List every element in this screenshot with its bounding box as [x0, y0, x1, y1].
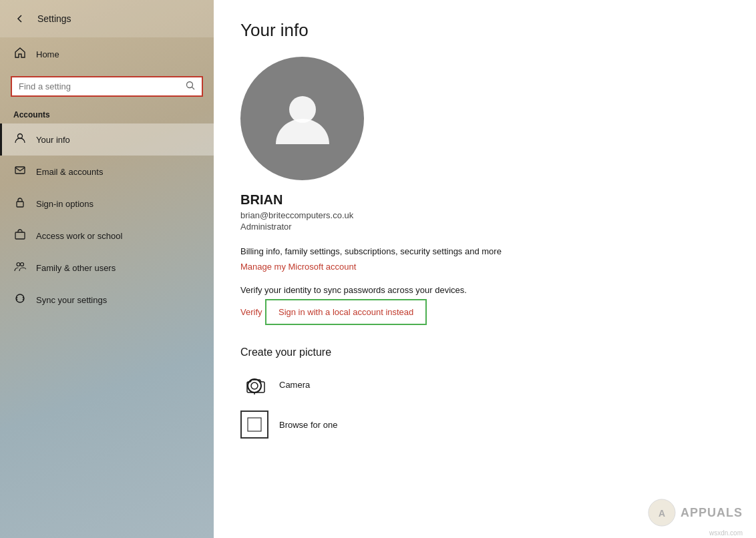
sidebar-label-your-info: Your info: [36, 135, 70, 145]
svg-point-10: [251, 382, 258, 389]
sidebar-item-sync-settings[interactable]: Sync your settings: [0, 284, 214, 316]
billing-info-text: Billing info, family settings, subscript…: [240, 246, 729, 256]
camera-icon: [240, 370, 268, 398]
sidebar-label-sync-settings: Sync your settings: [36, 295, 107, 305]
user-name: BRIAN: [240, 192, 729, 208]
accounts-section-label: Accounts: [0, 105, 214, 123]
sidebar-item-family-other-users[interactable]: Family & other users: [0, 252, 214, 284]
main-content: Your info BRIAN brian@briteccomputers.co…: [214, 0, 756, 538]
user-email: brian@briteccomputers.co.uk: [240, 210, 729, 220]
verify-link[interactable]: Verify: [240, 307, 262, 317]
search-icon: [186, 81, 195, 92]
sidebar-item-sign-in-options[interactable]: Sign-in options: [0, 188, 214, 220]
sidebar-label-sign-in-options: Sign-in options: [36, 199, 93, 209]
browse-icon: [240, 411, 268, 439]
svg-point-6: [17, 263, 20, 266]
lock-icon: [13, 196, 27, 211]
home-label: Home: [36, 49, 59, 59]
sync-icon: [13, 292, 27, 307]
people-icon: [13, 260, 27, 275]
svg-rect-5: [15, 232, 25, 239]
home-icon: [13, 47, 27, 61]
svg-rect-12: [248, 418, 261, 431]
svg-line-1: [192, 87, 195, 90]
briefcase-icon: [13, 228, 27, 243]
sidebar-title: Settings: [37, 13, 71, 24]
svg-point-0: [187, 82, 193, 88]
svg-point-9: [248, 379, 261, 392]
sidebar-item-access-work-school[interactable]: Access work or school: [0, 220, 214, 252]
browse-option[interactable]: Browse for one: [240, 411, 729, 439]
watermark: A APPUALS wsxdn.com: [647, 498, 743, 527]
camera-option-label: Camera: [279, 380, 310, 390]
watermark-subtext: wsxdn.com: [709, 529, 743, 537]
sidebar-header: Settings: [0, 0, 214, 37]
avatar: [240, 57, 364, 180]
email-icon: [13, 164, 27, 179]
camera-option[interactable]: Camera: [240, 370, 729, 398]
watermark-text: APPUALS: [681, 506, 743, 520]
search-input[interactable]: [19, 81, 182, 91]
svg-rect-3: [15, 167, 25, 174]
manage-account-link[interactable]: Manage my Microsoft account: [240, 262, 356, 272]
sidebar-home-button[interactable]: Home: [0, 37, 214, 71]
svg-point-7: [21, 263, 24, 266]
sidebar-item-your-info[interactable]: Your info: [0, 123, 214, 156]
page-title: Your info: [240, 20, 729, 41]
sidebar-label-access-work-school: Access work or school: [36, 231, 122, 241]
sidebar: Settings Home Accounts Your info: [0, 0, 214, 538]
create-picture-title: Create your picture: [240, 346, 729, 358]
browse-option-label: Browse for one: [279, 420, 337, 430]
verify-text: Verify your identity to sync passwords a…: [240, 285, 729, 295]
svg-text:A: A: [658, 508, 665, 519]
user-role: Administrator: [240, 222, 729, 232]
back-button[interactable]: [11, 9, 29, 28]
sidebar-item-email-accounts[interactable]: Email & accounts: [0, 156, 214, 188]
sidebar-label-family-other-users: Family & other users: [36, 263, 116, 273]
search-box[interactable]: [11, 76, 203, 97]
svg-rect-4: [17, 202, 23, 207]
local-account-button[interactable]: Sign in with a local account instead: [265, 299, 427, 325]
sidebar-label-email-accounts: Email & accounts: [36, 167, 103, 177]
person-icon: [13, 132, 27, 147]
avatar-icon: [269, 84, 336, 154]
